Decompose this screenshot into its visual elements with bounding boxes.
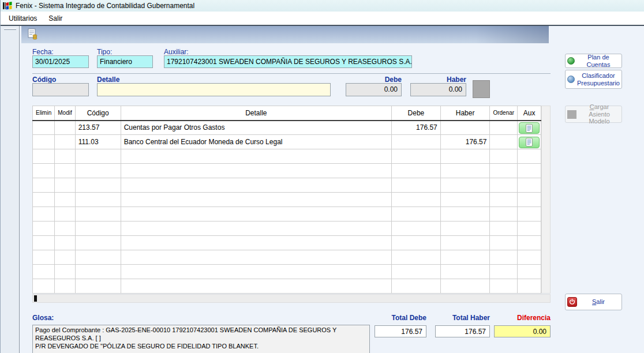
col-header-aux[interactable]: Aux: [518, 106, 541, 121]
aux-button[interactable]: [519, 122, 540, 134]
cell-ordenar[interactable]: [490, 121, 518, 135]
cell-haber: [440, 121, 490, 135]
cell-elimin[interactable]: [33, 135, 55, 149]
total-haber-label: Total Haber: [435, 314, 490, 322]
glosa-textarea[interactable]: Pago del Comprobante : GAS-2025-ENE-0001…: [32, 325, 370, 353]
entries-table: EliminModifCódigoDetalleDebeHaberOrdenar…: [32, 106, 541, 294]
cell-detalle: Cuentas por Pagar Otros Gastos: [121, 121, 391, 135]
col-header-modif[interactable]: Modif: [55, 106, 75, 121]
cell-codigo: 213.57: [75, 121, 121, 135]
total-debe-value: 176.57: [375, 325, 426, 337]
menu-utilitarios[interactable]: Utilitarios: [3, 13, 43, 24]
clasificador-label: Clasificador Presupuestario: [577, 72, 620, 87]
splitter-grip[interactable]: [4, 28, 16, 30]
cell-debe: 176.57: [392, 121, 441, 135]
cargar-asiento-label: Cargar AsientoModelo: [579, 103, 620, 125]
cell-aux: [518, 121, 541, 135]
menu-salir[interactable]: Salir: [43, 13, 68, 24]
empty-table-row: [33, 221, 541, 236]
copy-voucher-icon[interactable]: [27, 28, 39, 42]
detalle-input[interactable]: [97, 83, 331, 96]
table-vertical-scrollbar[interactable]: [541, 106, 551, 294]
salir-button[interactable]: Salir: [565, 294, 622, 310]
debe-label: Debe: [346, 76, 402, 84]
empty-table-row: [33, 193, 541, 207]
col-header-detalle[interactable]: Detalle: [121, 106, 391, 121]
col-header-haber[interactable]: Haber: [440, 106, 490, 121]
power-icon: [567, 297, 577, 307]
cell-haber: 176.57: [440, 135, 490, 149]
table-row[interactable]: 213.57 Cuentas por Pagar Otros Gastos 17…: [33, 121, 541, 135]
col-header-código[interactable]: Código: [75, 106, 121, 121]
cell-aux: [518, 135, 541, 149]
tipo-label: Tipo:: [97, 48, 112, 56]
plan-de-cuentas-button[interactable]: Plan de Cuentas: [565, 54, 622, 68]
haber-input[interactable]: 0.00: [410, 83, 466, 96]
salir-label: Salir: [577, 298, 620, 306]
separator-line: [32, 73, 551, 74]
app-window: Fenix - Sistema Integrado de Contabilida…: [0, 0, 644, 353]
codigo-label: Código: [32, 76, 56, 84]
toolbar: [21, 26, 549, 43]
menu-bar: Utilitarios Salir: [1, 12, 644, 25]
empty-table-row: [33, 178, 541, 193]
cell-detalle: Banco Central del Ecuador Moneda de Curs…: [121, 135, 391, 149]
empty-table-row: [33, 207, 541, 221]
table-header-row: EliminModifCódigoDetalleDebeHaberOrdenar…: [33, 106, 541, 121]
empty-table-row: [33, 149, 541, 164]
detalle-label: Detalle: [97, 76, 119, 84]
col-header-elimin[interactable]: Elimin: [33, 106, 55, 121]
clasificador-presupuestario-button[interactable]: Clasificador Presupuestario: [565, 70, 622, 89]
col-header-debe[interactable]: Debe: [392, 106, 441, 121]
total-debe-label: Total Debe: [375, 314, 426, 322]
auxiliar-label: Auxiliar:: [164, 48, 189, 56]
plan-de-cuentas-label: Plan de Cuentas: [577, 54, 620, 68]
diferencia-label: Diferencia: [494, 314, 551, 322]
glosa-label: Glosa:: [32, 314, 54, 322]
fecha-label: Fecha:: [32, 48, 54, 56]
blue-sphere-icon: [567, 76, 575, 83]
auxiliar-field[interactable]: 1792107423001 SWEADEN COMPAÑIA DE SEGURO…: [164, 55, 412, 68]
empty-table-row: [33, 164, 541, 178]
entry-action-button[interactable]: [473, 80, 490, 98]
table-row[interactable]: 111.03 Banco Central del Ecuador Moneda …: [33, 135, 541, 149]
debe-input[interactable]: 0.00: [346, 83, 402, 96]
total-haber-value: 176.57: [435, 325, 490, 337]
cell-elimin[interactable]: [33, 121, 55, 135]
aux-button[interactable]: [519, 137, 540, 148]
entries-table-wrap: EliminModifCódigoDetalleDebeHaberOrdenar…: [32, 106, 541, 294]
haber-label: Haber: [410, 76, 466, 84]
cell-modif[interactable]: [55, 135, 75, 149]
empty-table-row: [33, 250, 541, 265]
empty-table-row: [33, 236, 541, 250]
title-bar: Fenix - Sistema Integrado de Contabilida…: [1, 0, 644, 12]
cell-debe: [392, 135, 441, 149]
app-icon: [3, 1, 12, 10]
cell-modif[interactable]: [55, 121, 75, 135]
left-splitter-rail[interactable]: [1, 26, 20, 353]
cell-ordenar[interactable]: [490, 135, 518, 149]
fecha-field[interactable]: 30/01/2025: [32, 55, 89, 68]
empty-table-row: [33, 265, 541, 279]
table-horizontal-scrollbar[interactable]: [32, 294, 551, 303]
cargar-asiento-modelo-button[interactable]: Cargar AsientoModelo: [565, 106, 622, 123]
codigo-input[interactable]: [32, 83, 89, 96]
window-title: Fenix - Sistema Integrado de Contabilida…: [16, 2, 194, 10]
horizontal-scroll-thumb[interactable]: [34, 295, 37, 302]
empty-table-row: [33, 279, 541, 294]
gray-square-icon: [567, 110, 576, 119]
tipo-field[interactable]: Financiero: [97, 55, 153, 68]
green-sphere-icon: [567, 57, 575, 65]
col-header-ordenar[interactable]: Ordenar: [490, 106, 518, 121]
cell-codigo: 111.03: [75, 135, 121, 149]
diferencia-value: 0.00: [494, 325, 551, 337]
